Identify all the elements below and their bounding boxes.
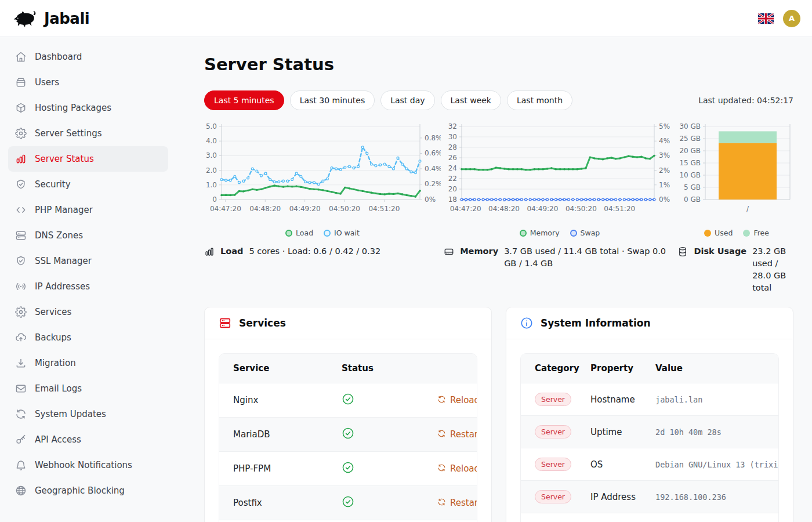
range-button-last-week[interactable]: Last week — [441, 90, 501, 110]
services-card-header: Services — [205, 307, 491, 339]
category-badge: Server — [535, 490, 571, 503]
system-property: Connections — [577, 513, 641, 522]
system-property: Uptime — [577, 416, 641, 448]
status-running-check-icon — [342, 466, 354, 476]
svg-text:04:47:20: 04:47:20 — [210, 205, 241, 213]
bar-chart-icon — [204, 246, 215, 257]
stats-row: Load5 cores · Load: 0.6 / 0.42 / 0.32Mem… — [204, 245, 793, 294]
user-avatar[interactable]: A — [783, 10, 800, 27]
sidebar-item-services[interactable]: Services — [8, 299, 168, 325]
app-header: Jabali A — [0, 0, 812, 37]
action-label: Restart — [450, 429, 477, 440]
system-column-header: Property — [577, 354, 641, 383]
legend-label: Swap — [581, 229, 600, 237]
sidebar-item-label: Server Settings — [35, 128, 102, 139]
services-column-header: Status — [328, 354, 423, 383]
range-button-last-5-minutes[interactable]: Last 5 minutes — [204, 90, 284, 110]
sidebar-item-label: Users — [35, 77, 59, 88]
sidebar-item-dashboard[interactable]: Dashboard — [8, 44, 168, 70]
shield-check-icon — [15, 255, 27, 267]
reload-nginx-button[interactable]: Reload — [437, 395, 477, 406]
legend-item-used[interactable]: Used — [704, 229, 733, 237]
sidebar-item-dns-zones[interactable]: DNS Zones — [8, 223, 168, 248]
system-value: 2d 10h 40m 28s — [641, 416, 778, 448]
legend-item-memory[interactable]: Memory — [520, 229, 560, 237]
sidebar-item-label: Email Logs — [35, 383, 82, 394]
svg-text:0.4%: 0.4% — [425, 165, 441, 173]
sidebar-item-backups[interactable]: Backups — [8, 325, 168, 350]
sidebar-item-ip-addresses[interactable]: IP Addresses — [8, 274, 168, 299]
sidebar-item-label: Migration — [35, 358, 76, 368]
restart-postfix-button[interactable]: Restart — [437, 498, 477, 509]
home-icon — [15, 51, 27, 63]
mail-icon — [15, 383, 27, 394]
action-label: Reload — [450, 463, 477, 474]
range-button-last-month[interactable]: Last month — [507, 90, 572, 110]
server-stack-icon — [15, 230, 27, 241]
sidebar-item-system-updates[interactable]: System Updates — [8, 401, 168, 427]
restart-mariadb-button[interactable]: Restart — [437, 429, 477, 440]
stat-value: 5 cores · Load: 0.6 / 0.42 / 0.32 — [249, 245, 380, 258]
sidebar-item-security[interactable]: Security — [8, 172, 168, 197]
legend-label: Used — [715, 229, 733, 237]
sidebar-item-users[interactable]: Users — [8, 70, 168, 95]
svg-text:2%: 2% — [659, 166, 670, 175]
svg-text:5%: 5% — [659, 122, 670, 130]
range-button-last-day[interactable]: Last day — [380, 90, 434, 110]
refresh-icon — [15, 408, 27, 420]
legend-label: Free — [753, 229, 769, 237]
status-running-check-icon — [342, 432, 354, 442]
svg-text:30: 30 — [448, 133, 457, 141]
uk-flag-icon[interactable] — [758, 13, 774, 24]
svg-text:0%: 0% — [425, 195, 436, 204]
load-stat: Load5 cores · Load: 0.6 / 0.42 / 0.32 — [204, 245, 440, 294]
system-row-os: ServerOSDebian GNU/Linux 13 (trixie) — [521, 448, 778, 481]
service-row-mariadb: MariaDBRestart — [219, 418, 477, 452]
svg-text:30 GB: 30 GB — [679, 122, 701, 130]
legend-item-load[interactable]: Load — [285, 229, 313, 237]
svg-text:0.8%: 0.8% — [425, 134, 441, 142]
legend-item-io-wait[interactable]: IO wait — [324, 229, 360, 237]
reload-php-fpm-button[interactable]: Reload — [437, 463, 477, 474]
stat-value: 3.7 GB used / 11.4 GB total · Swap 0.0 G… — [504, 245, 674, 270]
stat-value: 23.2 GB used / 28.0 GB total — [752, 245, 793, 294]
sidebar-item-server-settings[interactable]: Server Settings — [8, 121, 168, 146]
legend-dot — [743, 230, 750, 237]
svg-text:0: 0 — [212, 195, 217, 204]
services-card-title: Services — [239, 317, 286, 329]
service-name: PHP-FPM — [219, 452, 328, 486]
svg-text:0.6%: 0.6% — [425, 149, 441, 157]
sidebar-item-api-access[interactable]: API Access — [8, 427, 168, 452]
sidebar-item-migration[interactable]: Migration — [8, 350, 168, 376]
app-logo[interactable]: Jabali — [12, 9, 89, 28]
range-button-last-30-minutes[interactable]: Last 30 minutes — [290, 90, 375, 110]
legend-label: Load — [296, 229, 313, 237]
system-row-ip-address: ServerIP Address192.168.100.236 — [521, 481, 778, 513]
database-icon — [677, 246, 688, 257]
download-icon — [15, 357, 27, 369]
time-range-buttons: Last 5 minutesLast 30 minutesLast dayLas… — [204, 90, 572, 110]
system-row-connections: ServerConnections113 — [521, 513, 778, 522]
sidebar-item-php-manager[interactable]: PHP Manager — [8, 197, 168, 223]
svg-text:10 GB: 10 GB — [679, 171, 701, 179]
svg-text:24: 24 — [448, 164, 457, 172]
sidebar-item-email-logs[interactable]: Email Logs — [8, 376, 168, 401]
legend-item-free[interactable]: Free — [743, 229, 769, 237]
svg-text:04:50:20: 04:50:20 — [566, 205, 597, 213]
legend-dot — [520, 230, 527, 237]
sidebar-item-label: Geographic Blocking — [35, 485, 125, 496]
svg-text:04:49:20: 04:49:20 — [527, 205, 558, 213]
sidebar-item-server-status[interactable]: Server Status — [8, 146, 168, 172]
legend-item-swap[interactable]: Swap — [570, 229, 600, 237]
sidebar-item-label: IP Addresses — [35, 281, 90, 292]
cards-row: Services ServiceStatusNginxReloadMariaDB… — [204, 307, 793, 522]
main-content: Server Status Last 5 minutesLast 30 minu… — [176, 37, 812, 522]
system-row-hostname: ServerHostnamejabali.lan — [521, 383, 778, 416]
sidebar-item-label: PHP Manager — [35, 205, 93, 215]
range-row: Last 5 minutesLast 30 minutesLast dayLas… — [204, 90, 793, 110]
last-updated-text: Last updated: 04:52:17 — [698, 96, 793, 105]
sidebar-item-hosting-packages[interactable]: Hosting Packages — [8, 95, 168, 121]
sidebar-item-geographic-blocking[interactable]: Geographic Blocking — [8, 478, 168, 503]
sidebar-item-ssl-manager[interactable]: SSL Manager — [8, 248, 168, 274]
sidebar-item-webhook-notifications[interactable]: Webhook Notifications — [8, 452, 168, 478]
